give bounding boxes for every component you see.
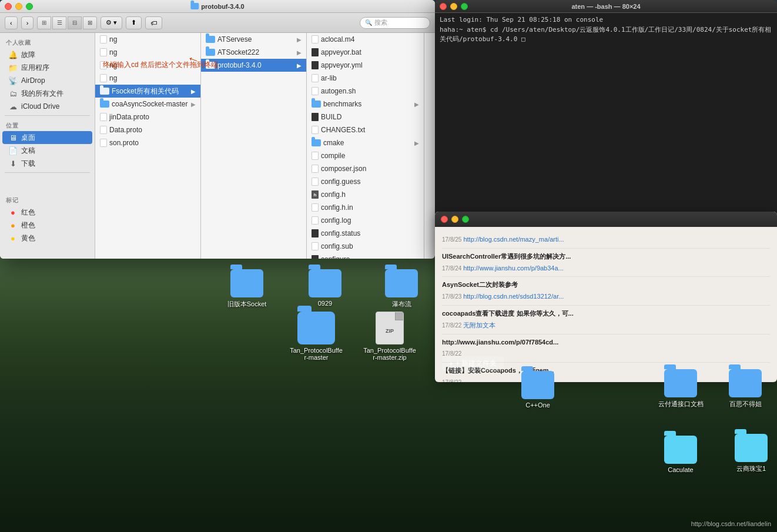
folder-icon (206, 49, 215, 56)
list-item[interactable]: CHANGES.txt (307, 123, 424, 136)
zip-icon: ZIP (376, 312, 404, 344)
list-item[interactable]: config.log (307, 214, 424, 227)
close-button[interactable] (5, 3, 12, 10)
list-item[interactable]: appveyor.bat (307, 46, 424, 59)
back-button[interactable]: ‹ (5, 16, 18, 29)
desktop-icon-waterfall[interactable]: 瀑布流 (378, 269, 425, 309)
desktop-icon-tan-protocol-zip[interactable]: ZIP Tan_ProtocolBuffer-master.zip (363, 312, 416, 361)
taskbar-icon-caculate[interactable]: Caculate (657, 436, 704, 473)
note-link[interactable]: http://www.jianshu.com/p/9ab34a... (463, 265, 564, 272)
list-item[interactable]: configure (307, 253, 424, 259)
folder-icon (664, 369, 697, 397)
new-folder-button[interactable]: + + 新建文件夹 (442, 356, 504, 371)
list-item[interactable]: autogen.sh (307, 85, 424, 98)
sidebar-item-label: 我的所有文件 (21, 89, 63, 99)
list-item[interactable]: ng (95, 72, 200, 85)
desktop-icon-0929[interactable]: 0929 (302, 269, 349, 307)
forward-button[interactable]: › (21, 16, 34, 29)
desktop-icon-label: Tan_ProtocolBuffer-master (290, 347, 343, 361)
finder-sidebar: 个人收藏 🔔 故障 📁 应用程序 📡 AirDrop 🗂 我的所有文件 (0, 33, 95, 259)
list-item[interactable]: jinData.proto (95, 111, 200, 123)
list-item[interactable]: config.sub (307, 240, 424, 253)
minimize-button[interactable] (15, 3, 22, 10)
list-item[interactable]: config.guess (307, 175, 424, 188)
desktop-icon-sidebar: 🖥 (8, 133, 18, 142)
note-link[interactable]: http://blog.csdn.net/sdsd13212/ar... (463, 293, 564, 300)
list-item-atsocket[interactable]: ATSocket222 ▶ (201, 46, 306, 59)
column-3: aclocal.m4 appveyor.bat appveyor.yml ar-… (307, 33, 424, 259)
list-item[interactable]: h config.h (307, 188, 424, 201)
file-icon (312, 87, 319, 95)
notes-header (435, 212, 777, 227)
note-title: UISearchController常遇到很多坑的解决方... (442, 251, 770, 263)
arrow-icon: ▶ (191, 101, 196, 108)
list-item-cmake[interactable]: cmake ▶ (307, 136, 424, 149)
sidebar-item-favorites-0[interactable]: 🔔 故障 (2, 48, 92, 61)
finder-main-columns: ng ng ng ng (95, 33, 435, 259)
list-item[interactable]: composer.json (307, 162, 424, 175)
action-button[interactable]: ⚙ ▾ (101, 16, 122, 29)
arrow-icon: ▶ (191, 88, 196, 95)
list-item-socket[interactable]: Fsocket所有相关代码 ▶ (95, 85, 200, 98)
sidebar-item-icloud[interactable]: ☁ iCloud Drive (2, 100, 92, 113)
finder-content: 个人收藏 🔔 故障 📁 应用程序 📡 AirDrop 🗂 我的所有文件 (0, 33, 435, 259)
watermark: http://blog.csdn.net/liandelin (691, 520, 771, 527)
file-icon (100, 113, 107, 121)
sidebar-tag-yellow[interactable]: ● 黄色 (2, 232, 92, 245)
list-item[interactable]: config.h.in (307, 201, 424, 214)
list-item-atservese[interactable]: ATServese ▶ (201, 33, 306, 46)
icon-view-button[interactable]: ⊞ (37, 16, 51, 29)
red-tag-icon: ● (8, 208, 18, 217)
list-item-benchmarks[interactable]: benchmarks ▶ (307, 98, 424, 111)
maximize-button[interactable] (26, 3, 33, 10)
folder-icon (206, 62, 215, 69)
search-box[interactable]: 🔍 搜索 (360, 17, 430, 29)
share-button[interactable]: ⬆ (126, 16, 142, 29)
note-link[interactable]: http://blog.csdn.net/mazy_ma/arti... (463, 236, 564, 243)
taskbar-icon-label: Caculate (668, 466, 693, 473)
taskbar-icon-baisibude[interactable]: 百思不得姐 (722, 369, 769, 409)
list-view-button[interactable]: ☰ (52, 16, 66, 29)
airdrop-icon: 📡 (8, 76, 18, 85)
list-item[interactable]: compile (307, 149, 424, 162)
notes-maximize-button[interactable] (462, 216, 469, 223)
tags-button[interactable]: 🏷 (145, 16, 162, 29)
list-item[interactable]: ng (95, 59, 200, 72)
taskbar-icon-cplusone[interactable]: C++One (514, 371, 561, 409)
list-item-protobuf[interactable]: protobuf-3.4.0 ▶ (201, 59, 306, 72)
list-item[interactable]: aclocal.m4 (307, 33, 424, 46)
folder-icon (735, 434, 768, 462)
sidebar-item-documents[interactable]: 📄 文稿 (2, 144, 92, 157)
cover-flow-button[interactable]: ⊠ (83, 16, 97, 29)
list-item[interactable]: ng (95, 33, 200, 46)
column-view-button[interactable]: ⊟ (68, 16, 82, 29)
sidebar-item-allfiles[interactable]: 🗂 我的所有文件 (2, 87, 92, 100)
sidebar-tag-orange[interactable]: ● 橙色 (2, 219, 92, 232)
terminal-maximize-button[interactable] (461, 3, 468, 10)
sidebar-tag-red[interactable]: ● 红色 (2, 206, 92, 219)
notes-minimize-button[interactable] (451, 216, 458, 223)
list-item[interactable]: config.status (307, 227, 424, 240)
desktop-icon-tan-protocol[interactable]: Tan_ProtocolBuffer-master (290, 312, 343, 361)
list-item[interactable]: ar-lib (307, 72, 424, 85)
list-item[interactable]: ng (95, 46, 200, 59)
terminal-minimize-button[interactable] (450, 3, 457, 10)
sidebar-item-label: 桌面 (21, 133, 35, 143)
list-item[interactable]: BUILD (307, 111, 424, 123)
sidebar-item-downloads[interactable]: ⬇ 下载 (2, 157, 92, 170)
sidebar-item-apps[interactable]: 📁 应用程序 (2, 61, 92, 74)
taskbar-icon-yunfu[interactable]: 云付通接口文档 (657, 369, 704, 409)
taskbar-icon-yunshang[interactable]: 云商珠宝1 (728, 434, 775, 473)
notes-close-button[interactable] (441, 216, 448, 223)
list-item[interactable]: son.proto (95, 136, 200, 149)
list-item[interactable]: Data.proto (95, 123, 200, 136)
sidebar-item-airdrop[interactable]: 📡 AirDrop (2, 74, 92, 87)
desktop-icon-old-socket[interactable]: 旧版本Socket (223, 269, 270, 309)
places-header: 位置 (0, 118, 95, 131)
terminal-close-button[interactable] (440, 3, 447, 10)
arrow-icon: ▶ (414, 140, 419, 146)
sidebar-item-label: AirDrop (21, 76, 45, 85)
sidebar-item-desktop[interactable]: 🖥 桌面 (2, 131, 92, 144)
list-item-coaasync[interactable]: coaAsyncSocket-master ▶ (95, 98, 200, 111)
list-item[interactable]: appveyor.yml (307, 59, 424, 72)
